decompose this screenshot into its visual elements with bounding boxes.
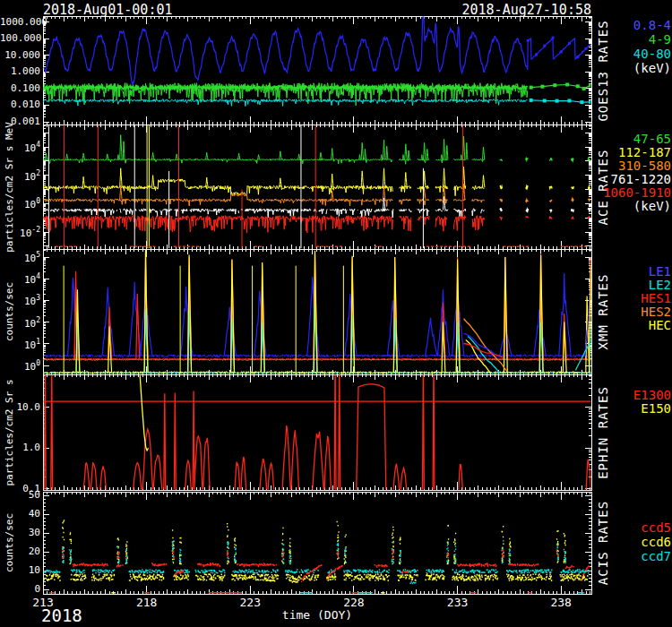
outlier-block [409,582,416,584]
sparse-clump [572,186,574,188]
series-path [441,155,443,160]
series-112-187 [435,186,447,193]
data-marker [530,99,533,102]
x-tick-label: 223 [229,596,271,609]
end-datetime-label: 2018-Aug27-10:58 [462,2,592,18]
axis-ticks-ephin [43,374,591,490]
series-path [408,150,409,159]
series-1060-1910 [472,216,485,230]
data-marker [543,99,547,102]
series-path [383,168,385,187]
ace-series-layer [43,125,590,248]
data-marker [543,45,546,47]
series-path [43,358,591,491]
sparse-clump [500,209,503,210]
scatter-ccd6 [44,574,589,580]
legend-1060-1910: 1060-1910 [603,186,671,200]
sparse-clump [572,159,574,161]
panel-frame-ephin [43,374,591,490]
sparse-clump [500,200,503,202]
series-path [381,155,383,160]
sparse-clump [526,186,529,189]
series-0.8-4 [43,14,591,84]
sparse-clump [588,209,590,211]
series-path [405,173,407,188]
series-path [298,154,300,159]
sparse-clump [500,159,503,161]
series-path [359,155,361,160]
data-marker [567,99,571,102]
sparse-clump [500,186,503,189]
series-47-65 [435,159,447,163]
radiation-monitor-plot: 2018-Aug01-00:01 2018-Aug27-10:58 time (… [0,0,672,627]
sparse-clump [588,159,590,161]
legend-le1: LE1 [649,265,671,279]
series-path [386,146,388,159]
data-marker [551,37,554,39]
series-path [466,142,468,159]
legend-hes2: HES2 [641,305,671,319]
legend-le2: LE2 [649,279,671,292]
series-path [144,247,148,373]
series-310-580 [453,199,465,201]
x-tick-label: 213 [22,596,64,609]
x-axis-label: time (DOY) [246,608,389,622]
series-310-580 [435,199,447,203]
series-path [383,140,385,159]
legend-ccd7: ccd7 [641,550,671,563]
series-path [361,142,364,159]
xmm-series-layer [43,247,598,374]
x-tick-label: 228 [333,596,375,609]
series-1060-1910 [453,216,465,231]
axis-ylabel-ephin: particles/cm2 Sr s [4,379,15,485]
series-path [66,154,68,159]
x-tick-label: 218 [126,596,168,609]
panel-right-label-xmm: XMM RATES [596,274,610,350]
series-path [107,154,108,159]
legend-761-1220: 761-1220 [611,173,671,186]
sparse-clump [549,201,552,202]
data-marker [527,39,530,42]
data-marker [556,99,559,103]
axis-ylabel-ace: particles/cm2 Sr s MeV [4,122,15,253]
sparse-clump [572,209,574,211]
series-path [123,142,125,160]
legend-310-580: 310-580 [618,159,671,173]
goes13-series-layer [43,14,592,107]
series-path [152,152,155,159]
data-marker [576,56,579,58]
data-marker [565,82,569,86]
sparse-clump [500,217,503,219]
series-path [446,145,448,159]
y-tick-label-goes13: 0.100 [0,82,40,94]
acis-series-layer [44,520,590,593]
series-path [320,152,322,159]
axis-ylabel-xmm: counts/sec [4,282,15,341]
y-tick-label-acis: 0 [0,583,40,595]
legend-0-8-4: 0.8-4 [633,19,671,32]
series-path [531,85,590,89]
panel-frame-goes13 [43,16,591,125]
series-path [206,152,208,159]
sparse-clump [588,217,590,219]
sparse-clump [526,209,529,211]
series-path [176,154,178,159]
sparse-clump [549,159,552,161]
data-marker [560,50,563,53]
data-marker [576,84,580,88]
series-path [424,142,426,159]
y-tick-label-goes13: 100.000 [0,32,40,44]
burst-ccd6 [62,520,566,564]
data-marker [535,53,538,56]
series-path [280,151,281,160]
series-1060-1910 [399,216,410,231]
series-path [82,176,84,187]
series-761-1220 [43,209,381,218]
series-path [120,168,122,187]
legend-4-9: 4-9 [649,33,671,47]
series-47-65 [453,159,465,161]
series-path [405,144,407,160]
y-tick-label-goes13: 1.000 [0,65,40,77]
axis-ticks-goes13 [43,16,591,125]
series-path [140,375,148,451]
